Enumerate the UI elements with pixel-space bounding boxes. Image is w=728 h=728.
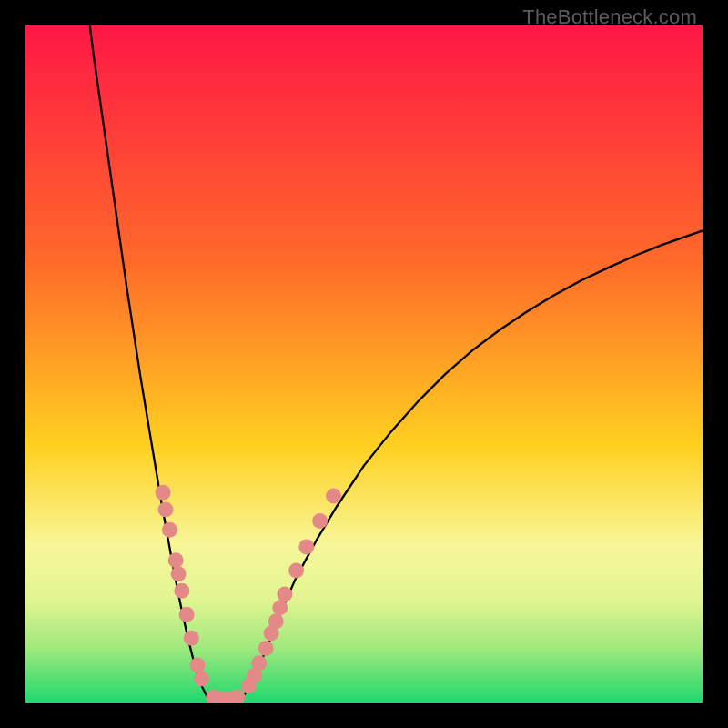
data-marker [179, 607, 195, 622]
data-marker [268, 613, 284, 629]
data-marker [158, 501, 174, 517]
data-marker [168, 552, 184, 568]
data-marker [326, 489, 341, 504]
data-marker [162, 522, 177, 538]
data-marker [174, 583, 189, 599]
chart-frame: TheBottleneck.com [0, 0, 728, 728]
data-marker [251, 655, 267, 671]
data-marker [189, 658, 205, 673]
data-marker [298, 539, 314, 554]
data-marker [184, 631, 199, 646]
data-marker [272, 600, 288, 615]
data-marker [288, 562, 304, 578]
plot-area [25, 25, 703, 703]
data-marker [194, 671, 209, 686]
data-marker [156, 485, 171, 500]
gradient-background [25, 25, 703, 703]
chart-svg [25, 25, 703, 703]
data-marker [277, 586, 292, 602]
data-marker [171, 566, 187, 581]
data-marker [312, 513, 328, 529]
data-marker [258, 641, 274, 656]
